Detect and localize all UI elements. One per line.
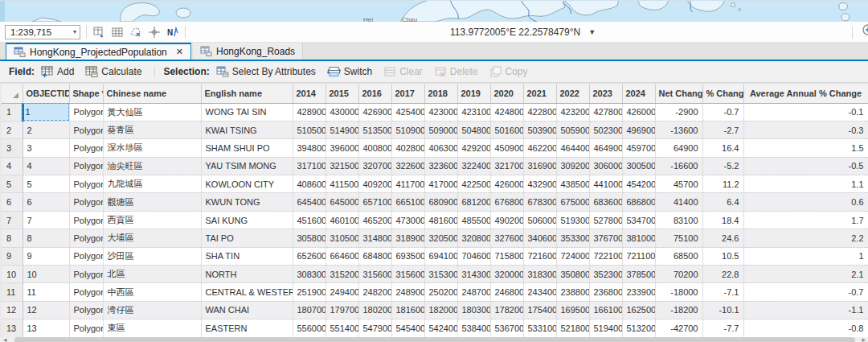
table-cell[interactable]: 11.2 [702,175,743,193]
table-cell[interactable]: -18200 [655,301,702,319]
table-cell[interactable]: KWAI TSING [201,121,293,138]
column-header[interactable]: 2019 [457,84,490,103]
table-cell[interactable]: 321500 [326,157,358,175]
column-header[interactable]: 2018 [424,84,457,103]
table-cell[interactable]: 464400 [556,139,589,157]
grid-icon[interactable] [111,26,124,39]
table-cell[interactable]: -42700 [655,319,702,337]
table-cell[interactable]: 481600 [424,211,457,229]
table-cell[interactable]: Polygon [69,103,103,121]
table-cell[interactable]: Polygon [69,157,103,175]
table-cell[interactable]: 426000 [490,175,523,193]
table-cell[interactable]: 315600 [358,266,391,283]
table-cell[interactable]: 大埔區 [103,229,201,247]
table-cell[interactable]: 536700 [490,319,523,337]
table-cell[interactable]: 503900 [523,121,556,138]
column-header[interactable]: English name [201,84,293,103]
table-cell[interactable]: 64900 [655,139,702,157]
table-cell[interactable]: 652600 [293,247,326,265]
table-cell[interactable]: 450900 [490,139,523,157]
table-cell[interactable]: 425400 [391,103,424,121]
table-cell[interactable]: -0.8 [743,319,868,337]
table-cell[interactable]: 406300 [424,139,457,157]
table-cell[interactable]: 490200 [490,211,523,229]
table-cell[interactable]: -1.1 [743,301,868,319]
table-cell[interactable]: 545400 [391,319,424,337]
table-cell[interactable]: 8 [23,229,69,247]
table-cell[interactable]: 724000 [556,247,589,265]
table-cell[interactable]: EASTERN [201,319,293,337]
table-cell[interactable]: Polygon [69,319,103,337]
table-cell[interactable]: WAN CHAI [201,301,293,319]
table-cell[interactable]: 22.8 [702,266,743,283]
table-cell[interactable]: 681200 [457,193,490,211]
map-view[interactable]: Hei Chau [0,1,868,22]
table-cell[interactable]: Polygon [69,193,103,211]
select-all-corner[interactable] [2,84,23,103]
table-cell[interactable]: 2.2 [743,229,868,247]
column-header[interactable]: 2017 [391,84,424,103]
table-cell[interactable]: 318300 [523,266,556,283]
table-cell[interactable]: 10 [23,266,69,283]
table-cell[interactable]: 180200 [358,301,391,319]
table-cell[interactable]: 300500 [622,157,655,175]
table-cell[interactable]: -0.7 [702,103,743,121]
table-cell[interactable]: 513200 [622,319,655,337]
column-header[interactable]: 2020 [490,84,523,103]
table-cell[interactable]: 657100 [358,193,391,211]
row-number-cell[interactable]: 4 [2,157,23,175]
table-cell[interactable]: 465200 [358,211,391,229]
table-cell[interactable]: 426000 [622,103,655,121]
row-number-cell[interactable]: 8 [2,229,23,247]
table-cell[interactable]: 441000 [589,175,622,193]
table-cell[interactable]: -16600 [655,157,702,175]
row-number-cell[interactable]: 1 [2,103,23,121]
table-cell[interactable]: Polygon [69,229,103,247]
table-cell[interactable]: 12 [23,301,69,319]
table-cell[interactable]: 428900 [293,103,326,121]
table-cell[interactable]: -0.7 [743,283,868,301]
column-header[interactable]: Chinese name [103,84,201,103]
column-header[interactable]: Average Annual % Change [743,84,868,103]
table-cell[interactable]: YAU TSIM MONG [201,157,293,175]
table-cell[interactable]: 411500 [326,175,358,193]
row-number-cell[interactable]: 7 [2,211,23,229]
table-cell[interactable]: 504800 [457,121,490,138]
table-cell[interactable]: 501600 [490,121,523,138]
add-field-button[interactable]: Add [41,66,74,77]
table-cell[interactable]: 6 [23,193,69,211]
table-cell[interactable]: -13600 [655,121,702,138]
table-cell[interactable]: 411700 [391,175,424,193]
table-cell[interactable]: 東區 [103,319,201,337]
row-number-cell[interactable]: 12 [2,301,23,319]
table-cell[interactable]: 1 [743,247,868,265]
table-cell[interactable]: 542400 [424,319,457,337]
table-cell[interactable]: 704600 [457,247,490,265]
table-cell[interactable]: 680900 [424,193,457,211]
table-cell[interactable]: 9 [23,247,69,265]
table-cell[interactable]: 408600 [293,175,326,193]
close-icon[interactable]: ✕ [176,47,183,56]
table-cell[interactable]: 41400 [655,193,702,211]
table-cell[interactable]: TAI PO [201,229,293,247]
table-cell[interactable]: 233900 [622,283,655,301]
table-cell[interactable]: NORTH [201,266,293,283]
table-cell[interactable]: 10.5 [702,247,743,265]
table-cell[interactable]: 0.6 [743,193,868,211]
table-cell[interactable]: 243400 [523,283,556,301]
table-cell[interactable]: 438500 [556,175,589,193]
table-cell[interactable]: -2900 [655,103,702,121]
table-cell[interactable]: 676800 [490,193,523,211]
table-cell[interactable]: 394800 [293,139,326,157]
table-cell[interactable]: 352300 [589,266,622,283]
table-cell[interactable]: 169500 [556,301,589,319]
table-cell[interactable]: Polygon [69,301,103,319]
table-cell[interactable]: 538400 [457,319,490,337]
select-features-icon[interactable] [129,26,142,39]
table-cell[interactable]: 462200 [523,139,556,157]
table-cell[interactable]: 513500 [358,121,391,138]
table-cell[interactable]: 664600 [326,247,358,265]
table-cell[interactable]: 178200 [490,301,523,319]
table-cell[interactable]: 502300 [589,121,622,138]
table-cell[interactable]: 684800 [358,247,391,265]
